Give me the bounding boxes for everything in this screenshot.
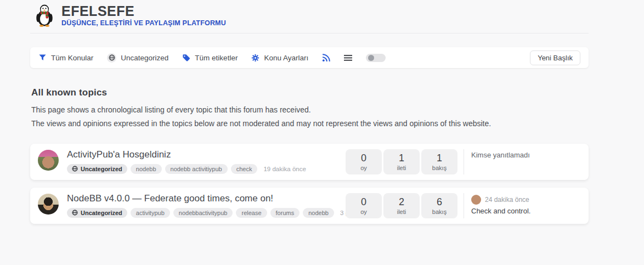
category-filter-uncategorized[interactable]: Uncategorized (107, 53, 168, 63)
topic-tag[interactable]: check (231, 164, 258, 174)
tag-icon (182, 54, 190, 62)
topic-tag[interactable]: nodebb (303, 208, 334, 218)
topic-stats: 0 oy 2 ileti 6 bakış (346, 193, 457, 218)
toggle-knob (368, 55, 374, 61)
category-badge-label: Uncategorized (81, 210, 122, 216)
topic-toolbar: Tüm Konular Uncategorized Tüm etiketler (30, 47, 589, 68)
page-title: All known topics (31, 87, 644, 98)
filter-icon (38, 54, 47, 62)
topic-last-reply: 24 dakika önce Check and control. (471, 193, 581, 215)
stats-divider (464, 193, 464, 218)
topic-row[interactable]: NodeBB v4.0.0 — Federate good times, com… (30, 188, 589, 224)
topic-meta: Uncategorized nodebb nodebb activitiypub… (67, 164, 346, 174)
topic-settings-menu[interactable]: Konu Ayarları (251, 54, 308, 62)
topic-tag[interactable]: nodebb activitiypub (165, 164, 228, 174)
all-tags-link[interactable]: Tüm etiketler (182, 54, 238, 62)
topic-title-link[interactable]: NodeBB v4.0.0 — Federate good times, com… (67, 193, 346, 204)
last-reply-avatar[interactable] (471, 195, 481, 205)
category-badge[interactable]: Uncategorized (67, 208, 127, 218)
stat-label: ileti (397, 165, 406, 171)
stat-views: 1 bakış (421, 149, 457, 174)
stat-views: 6 bakış (421, 193, 457, 218)
stat-value: 6 (437, 196, 442, 208)
site-subtitle: DÜŞÜNCE, ELEŞTİRİ VE PAYLAŞIM PLATFORMU (61, 19, 226, 27)
header-divider (30, 33, 589, 33)
hamburger-icon[interactable] (344, 54, 352, 61)
page-description-line2: The views and opinions expressed in the … (31, 119, 644, 128)
globe-icon (72, 210, 78, 216)
stat-value: 2 (399, 196, 404, 208)
stat-votes: 0 oy (346, 193, 382, 218)
stat-label: bakış (432, 165, 447, 171)
stat-value: 0 (361, 196, 366, 208)
all-tags-label: Tüm etiketler (195, 54, 238, 62)
watched-toggle[interactable] (366, 54, 386, 62)
stat-posts: 2 ileti (383, 193, 420, 218)
category-badge-label: Uncategorized (81, 166, 122, 172)
brand-text-block: EFELSEFE DÜŞÜNCE, ELEŞTİRİ VE PAYLAŞIM P… (61, 4, 226, 27)
topic-last-reply: Kimse yanıtlamadı (471, 149, 581, 159)
last-reply-time[interactable]: 24 dakika önce (485, 196, 529, 204)
topic-main: ActivityPub'a Hosgeldiniz Uncategorized … (67, 149, 346, 173)
page-description-line1: This page shows a chronological listing … (31, 105, 644, 114)
last-reply-excerpt[interactable]: Check and control. (471, 207, 581, 215)
stat-value: 1 (399, 153, 404, 164)
globe-icon (72, 166, 78, 172)
topic-author-avatar[interactable] (38, 194, 59, 215)
filter-all-topics-label: Tüm Konular (51, 54, 93, 62)
stat-label: ileti (397, 208, 406, 215)
stat-value: 1 (437, 153, 442, 164)
filter-all-topics[interactable]: Tüm Konular (38, 54, 93, 62)
topic-stats: 0 oy 1 ileti 1 bakış (346, 149, 457, 174)
topic-tag[interactable]: activitypub (131, 208, 170, 218)
stat-posts: 1 ileti (383, 149, 420, 174)
category-filter-label: Uncategorized (121, 54, 168, 62)
globe-icon (107, 53, 116, 63)
topic-timestamp: 19 dakika önce (263, 166, 306, 172)
topic-tag[interactable]: nodebbactivitypub (173, 208, 233, 218)
topic-main: NodeBB v4.0.0 — Federate good times, com… (67, 193, 346, 217)
topic-meta: Uncategorized activitypub nodebbactivity… (67, 208, 346, 218)
site-header: EFELSEFE DÜŞÜNCE, ELEŞTİRİ VE PAYLAŞIM P… (0, 0, 644, 27)
topic-tag[interactable]: nodebb (131, 164, 162, 174)
forum-topics-page: EFELSEFE DÜŞÜNCE, ELEŞTİRİ VE PAYLAŞIM P… (0, 0, 644, 265)
new-topic-button[interactable]: Yeni Başlık (530, 50, 580, 65)
penguin-logo-icon[interactable] (34, 4, 55, 27)
category-badge[interactable]: Uncategorized (67, 164, 127, 174)
topic-tag[interactable]: release (236, 208, 267, 218)
gear-icon (251, 54, 259, 62)
topic-settings-label: Konu Ayarları (264, 54, 308, 62)
stat-label: oy (360, 208, 367, 215)
no-reply-text: Kimse yanıtlamadı (471, 151, 581, 159)
stat-label: bakış (432, 208, 447, 215)
topic-author-avatar[interactable] (38, 150, 59, 171)
stat-label: oy (360, 165, 367, 171)
stat-value: 0 (361, 153, 366, 164)
topic-tag[interactable]: forums (270, 208, 300, 218)
site-title[interactable]: EFELSEFE (61, 4, 226, 18)
stat-votes: 0 oy (346, 149, 382, 174)
stats-divider (464, 149, 464, 174)
topic-row[interactable]: ActivityPub'a Hosgeldiniz Uncategorized … (30, 144, 589, 180)
topic-title-link[interactable]: ActivityPub'a Hosgeldiniz (67, 149, 346, 160)
last-reply-meta: 24 dakika önce (471, 195, 581, 205)
topic-list: ActivityPub'a Hosgeldiniz Uncategorized … (30, 144, 589, 224)
rss-icon[interactable] (322, 54, 330, 62)
